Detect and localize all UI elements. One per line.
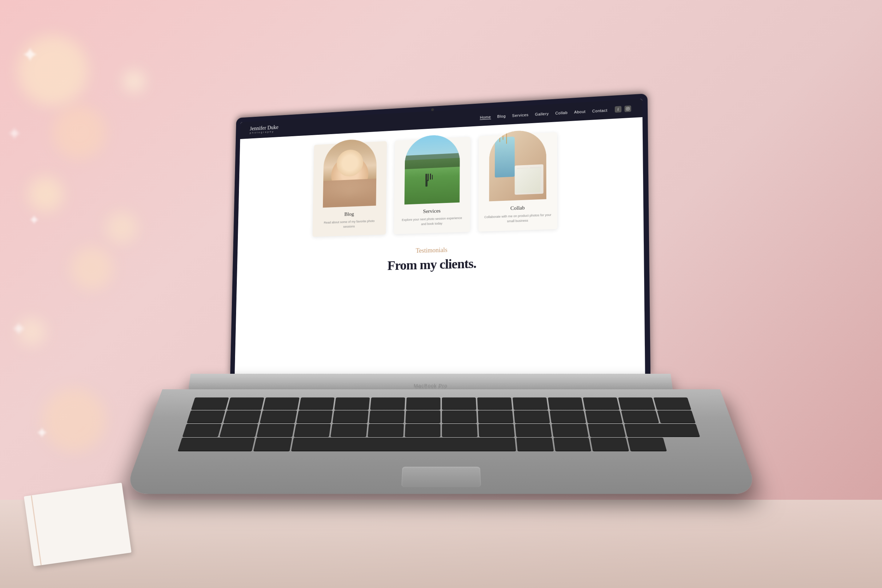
key-38[interactable] [514,424,551,436]
key-2[interactable] [227,398,264,409]
key-27[interactable] [621,411,659,423]
key-4[interactable] [298,398,334,409]
collab-card-desc: Collaborate with me on product photos fo… [478,213,557,225]
key-6[interactable] [370,398,405,409]
feature-cards: Blog Read about some of my favorite phot… [250,129,628,238]
key-24[interactable] [513,411,549,423]
key-30[interactable] [219,424,258,436]
nav-link-services[interactable]: Services [512,112,528,117]
collab-card-image [489,129,546,201]
services-card-image [404,134,459,204]
key-39[interactable] [551,424,589,436]
key-32[interactable] [294,424,331,436]
facebook-icon[interactable]: f [615,106,621,112]
nav-link-contact[interactable]: Contact [592,108,607,113]
key-7[interactable] [406,398,440,409]
key-19[interactable] [333,411,369,423]
key-29[interactable] [183,424,222,436]
testimonials-section: Testimonials From my clients. [249,237,628,276]
svg-point-2 [628,108,628,108]
key-31[interactable] [256,424,294,436]
svg-rect-0 [626,107,629,111]
nav-link-gallery[interactable]: Gallery [535,111,549,117]
key-9[interactable] [477,398,512,409]
key-26[interactable] [585,411,622,423]
key-15[interactable] [187,411,225,423]
site-logo: Jennifer Duke photography [249,124,279,135]
key-22[interactable] [442,411,477,423]
svg-point-1 [627,108,628,110]
services-card[interactable]: Services Explore your next photo session… [394,136,471,234]
key-1[interactable] [191,398,229,409]
key-13[interactable] [618,398,655,409]
nav-social-icons: f [615,105,631,113]
services-card-title: Services [394,207,470,215]
key-18[interactable] [296,411,333,423]
key-47[interactable] [590,438,628,451]
key-5[interactable] [334,398,369,409]
key-41[interactable] [624,424,699,436]
blog-card[interactable]: Blog Read about some of my favorite phot… [312,141,387,237]
nav-link-collab[interactable]: Collab [555,111,567,116]
key-43[interactable] [253,438,291,451]
website-content: Jennifer Duke photography Home Blog Serv… [234,99,645,375]
key-35[interactable] [405,424,441,436]
key-16[interactable] [223,411,261,423]
blog-card-desc: Read about some of my favorite photo ses… [312,219,386,230]
key-8[interactable] [442,398,476,409]
notebook [24,483,131,566]
key-37[interactable] [478,424,514,436]
camera-dot [431,108,434,111]
key-33[interactable] [331,424,368,436]
laptop-device: Jennifer Duke photography Home Blog Serv… [162,100,720,524]
screen-content: Jennifer Duke photography Home Blog Serv… [234,99,645,375]
key-21[interactable] [405,411,440,423]
key-44[interactable] [291,438,516,451]
nav-link-blog[interactable]: Blog [497,114,506,118]
key-14[interactable] [653,398,691,409]
laptop-screen: Jennifer Duke photography Home Blog Serv… [230,93,651,375]
key-12[interactable] [583,398,620,409]
trackpad[interactable] [401,467,481,487]
key-45[interactable] [516,438,554,451]
instagram-icon[interactable] [624,105,631,112]
key-48[interactable] [627,438,666,451]
keyboard-keys-area [178,398,705,451]
blog-card-image [322,138,376,207]
key-46[interactable] [553,438,591,451]
laptop-keyboard [123,389,758,494]
blog-card-title: Blog [313,210,386,219]
main-content: Blog Read about some of my favorite phot… [234,117,645,375]
key-36[interactable] [442,424,477,436]
key-42[interactable] [178,438,255,451]
collab-card-title: Collab [478,204,557,213]
services-card-desc: Explore your next photo session experien… [394,216,470,228]
nav-link-home[interactable]: Home [480,115,490,120]
key-23[interactable] [477,411,513,423]
key-3[interactable] [262,398,299,409]
key-40[interactable] [588,424,626,436]
nav-links-list: Home Blog Services Gallery Collab About … [480,106,607,120]
key-10[interactable] [512,398,548,409]
key-25[interactable] [549,411,586,423]
key-20[interactable] [369,411,405,423]
collab-card[interactable]: Collab Collaborate with me on product ph… [478,132,557,231]
key-11[interactable] [548,398,584,409]
key-34[interactable] [368,424,404,436]
laptop-model-label: MacBook Pro [415,385,447,390]
key-17[interactable] [260,411,297,423]
nav-link-about[interactable]: About [574,110,585,114]
key-28[interactable] [657,411,695,423]
